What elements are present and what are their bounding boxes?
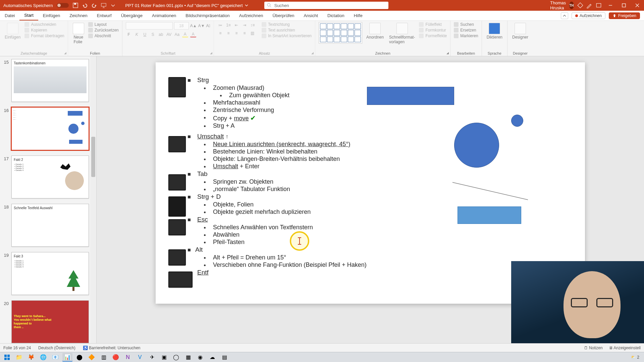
align-left-icon[interactable]: ≡: [217, 30, 223, 36]
replace-button[interactable]: Ersetzen: [454, 28, 478, 33]
weather-icon[interactable]: ⛅ 2: [631, 355, 639, 360]
window-icon[interactable]: [596, 2, 602, 8]
undo-icon[interactable]: [82, 3, 88, 8]
align-center-icon[interactable]: ≡: [225, 30, 231, 36]
shape-fill-button[interactable]: Fülleffekt: [419, 22, 447, 27]
cut-button[interactable]: Ausschneiden: [24, 22, 64, 27]
slide-thumbnails[interactable]: 15 Tastenkombinationen 16 ▪ ···▪ ···▪ ··…: [0, 56, 97, 343]
dialog-launcher-icon[interactable]: ◢: [311, 51, 314, 55]
redo-icon[interactable]: [92, 3, 97, 8]
shadow-button[interactable]: ab: [158, 32, 164, 38]
app9-icon[interactable]: ▤: [219, 353, 229, 362]
tab-uebergaenge[interactable]: Übergänge: [116, 11, 147, 20]
clear-format-icon[interactable]: A⃠: [206, 23, 210, 28]
spacing-button[interactable]: AV: [166, 32, 172, 38]
format-painter-button[interactable]: Format übertragen: [24, 34, 64, 38]
app5-icon[interactable]: ◯: [171, 353, 181, 362]
highlight-button[interactable]: A: [182, 32, 188, 38]
case-button[interactable]: Aa: [174, 32, 180, 38]
smartart-button[interactable]: In SmartArt konvertieren: [262, 34, 312, 38]
app4-icon[interactable]: ▣: [159, 353, 169, 362]
copy-button[interactable]: Kopieren: [24, 28, 64, 33]
find-button[interactable]: Suchen: [454, 22, 478, 27]
vscode-icon[interactable]: V: [135, 353, 145, 362]
share-button[interactable]: Freigeben: [609, 12, 640, 19]
thumb-18[interactable]: 18 Schnelle Textfeld Auswahl: [0, 201, 96, 249]
tab-entwurf[interactable]: Entwurf: [92, 11, 116, 20]
select-button[interactable]: Markieren: [454, 34, 478, 38]
thumb-15[interactable]: 15 Tastenkombinationen: [0, 56, 96, 105]
bullets-icon[interactable]: ≔: [217, 22, 223, 28]
record-button[interactable]: Aufzeichnen: [572, 12, 605, 19]
chrome-icon[interactable]: 🌐: [38, 353, 48, 362]
shape-line[interactable]: [451, 180, 531, 203]
font-size-combo[interactable]: 18: [174, 22, 189, 29]
justify-icon[interactable]: ≡: [241, 30, 248, 36]
shape-circle-large[interactable]: [454, 123, 499, 168]
text-align-button[interactable]: Text ausrichten: [262, 28, 312, 33]
close-button[interactable]: [631, 0, 644, 11]
shape-rect-bottom[interactable]: [458, 206, 521, 224]
tab-start[interactable]: Start: [19, 11, 38, 20]
columns-icon[interactable]: ▥: [250, 30, 256, 36]
search-box[interactable]: Suchen: [264, 2, 388, 9]
app6-icon[interactable]: ▦: [183, 353, 193, 362]
ribbon-collapse-button[interactable]: [561, 12, 568, 19]
dialog-launcher-icon[interactable]: ◢: [64, 51, 66, 55]
strike-button[interactable]: S: [150, 32, 156, 38]
pen-icon[interactable]: [586, 2, 592, 8]
thumb-17[interactable]: 17 Fakt 2 • Details 1• Details 2• Detail…: [0, 153, 96, 201]
outlook-icon[interactable]: 📧: [50, 353, 60, 362]
user-avatar[interactable]: TH: [569, 2, 574, 9]
reset-button[interactable]: Zurücksetzen: [88, 28, 119, 33]
tab-zeichnen[interactable]: Zeichnen: [65, 11, 92, 20]
app2-icon[interactable]: ▥: [99, 353, 109, 362]
tab-aufzeichnen[interactable]: Aufzeichnen: [234, 11, 268, 20]
bold-button[interactable]: F: [126, 32, 132, 38]
status-accessibility[interactable]: ♿ Barrierefreiheit: Untersuchen: [83, 346, 141, 350]
shape-rect-top[interactable]: [367, 87, 454, 105]
shrink-font-icon[interactable]: A▼: [198, 23, 205, 28]
system-tray[interactable]: ⛅ 2: [631, 355, 642, 360]
status-display[interactable]: 🖥 Anzeigeeinstell: [609, 346, 641, 350]
document-title[interactable]: PPT 01 Roter Faden 001.pptx • Auf "diese…: [119, 3, 254, 8]
explorer-icon[interactable]: 📁: [14, 353, 24, 362]
thumb-16[interactable]: 16 ▪ ···▪ ···▪ ···▪ ···▪ ···: [0, 105, 96, 153]
slide-canvas[interactable]: Strg Zoomen (Mausrad) Zum gewählten Obje…: [97, 56, 644, 343]
numbering-icon[interactable]: 1≡: [225, 22, 231, 28]
tab-datei[interactable]: Datei: [0, 11, 19, 20]
new-slide-button[interactable]: Neue Folie: [71, 22, 86, 45]
firefox-icon[interactable]: 🦊: [26, 353, 36, 362]
dialog-launcher-icon[interactable]: ◢: [210, 51, 212, 55]
align-right-icon[interactable]: ≡: [233, 30, 239, 36]
maximize-button[interactable]: [617, 0, 631, 11]
powerpoint-icon[interactable]: 📊: [62, 353, 72, 362]
line-spacing-icon[interactable]: ↕≡: [250, 22, 256, 28]
app7-icon[interactable]: ◉: [195, 353, 205, 362]
status-language[interactable]: Deutsch (Österreich): [38, 346, 75, 350]
user-name[interactable]: Thomas Hruska: [550, 0, 566, 10]
grow-font-icon[interactable]: A▲: [190, 23, 197, 28]
thumb-20[interactable]: 20 They went to Sahara...You wouldn´t be…: [0, 298, 96, 343]
thumb-scrollbar[interactable]: [90, 56, 96, 343]
vlc-icon[interactable]: 🔶: [87, 353, 97, 362]
outdent-icon[interactable]: ⇤: [233, 22, 239, 28]
shape-effects-button[interactable]: Formeffekte: [419, 34, 447, 38]
shape-circle-small[interactable]: [511, 115, 523, 127]
tab-animationen[interactable]: Animationen: [147, 11, 181, 20]
save-icon[interactable]: [73, 3, 78, 8]
shapes-gallery[interactable]: [319, 22, 362, 44]
underline-button[interactable]: U: [142, 32, 148, 38]
autosave-toggle[interactable]: [57, 3, 69, 8]
dialog-launcher-icon[interactable]: ◢: [446, 51, 449, 55]
paste-button[interactable]: Einfügen: [3, 22, 22, 40]
indent-icon[interactable]: ⇥: [241, 22, 248, 28]
font-color-button[interactable]: A: [190, 32, 196, 38]
italic-button[interactable]: K: [134, 32, 140, 38]
onenote-icon[interactable]: N: [123, 353, 133, 362]
start-button[interactable]: [2, 353, 12, 362]
arrange-button[interactable]: Anordnen: [365, 22, 385, 40]
diamond-icon[interactable]: [577, 2, 583, 8]
dictate-button[interactable]: Diktieren: [485, 22, 504, 40]
minimize-button[interactable]: [604, 0, 617, 11]
